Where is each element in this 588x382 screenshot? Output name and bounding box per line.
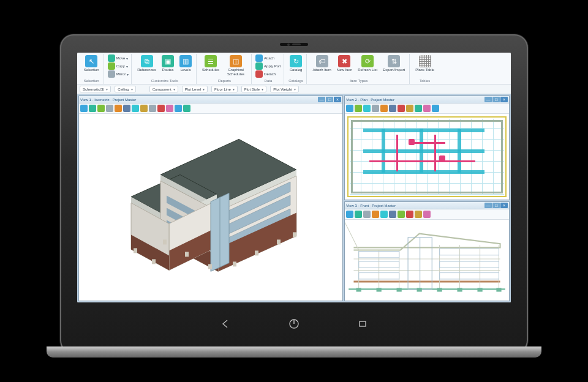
plot-style-dropdown[interactable]: Plot Style▾ bbox=[241, 86, 266, 92]
close-icon[interactable]: × bbox=[500, 203, 508, 208]
references-button[interactable]: ⧉References bbox=[135, 54, 158, 78]
viewport-elevation[interactable] bbox=[345, 220, 509, 301]
tool-icon[interactable] bbox=[149, 105, 156, 112]
tool-icon[interactable] bbox=[97, 105, 105, 112]
breadcrumb-schematic[interactable]: Schematic(3)▾ bbox=[80, 86, 111, 92]
tool-icon[interactable] bbox=[398, 105, 405, 112]
close-icon[interactable]: × bbox=[334, 97, 341, 102]
label: Ceiling bbox=[118, 88, 129, 91]
minimize-icon[interactable]: ― bbox=[484, 97, 492, 102]
refresh-list-button[interactable]: ⟳Refresh List bbox=[356, 54, 379, 78]
new-item-button[interactable]: ✖New Item bbox=[335, 54, 354, 78]
tool-icon[interactable] bbox=[355, 105, 362, 112]
tool-icon[interactable] bbox=[80, 105, 88, 112]
plot-level-dropdown[interactable]: Plot Level▾ bbox=[182, 86, 208, 92]
label: Component bbox=[153, 88, 172, 91]
label: Plot Weight bbox=[273, 88, 292, 91]
tool-icon[interactable] bbox=[346, 105, 353, 112]
attach-item-button[interactable]: 🏷Attach Item bbox=[311, 54, 333, 78]
ribbon-group-data: Attach Apply Port Detach Data bbox=[253, 54, 284, 84]
pane-titlebar[interactable]: View 2 - Plan · Project Master ― □ × bbox=[345, 96, 509, 103]
restore-icon[interactable]: □ bbox=[492, 203, 500, 208]
apply-port-action[interactable]: Apply Port bbox=[255, 62, 281, 70]
tool-icon[interactable] bbox=[372, 211, 379, 218]
tool-icon[interactable] bbox=[389, 105, 396, 112]
tool-icon[interactable] bbox=[123, 105, 130, 112]
pane-toolbar bbox=[345, 103, 509, 114]
tool-icon[interactable] bbox=[355, 211, 362, 218]
tool-icon[interactable] bbox=[140, 105, 148, 112]
tool-icon[interactable] bbox=[415, 211, 422, 218]
component-dropdown[interactable]: Component▾ bbox=[149, 86, 178, 92]
tool-icon[interactable] bbox=[363, 105, 371, 112]
restore-icon[interactable]: □ bbox=[326, 97, 333, 102]
svg-rect-25 bbox=[233, 261, 236, 266]
detach-action[interactable]: Detach bbox=[255, 70, 281, 78]
catalog-button[interactable]: ↻Catalog bbox=[288, 54, 304, 78]
plot-weight-dropdown[interactable]: Plot Weight▾ bbox=[270, 86, 299, 92]
levels-button[interactable]: ▥Levels bbox=[178, 54, 194, 78]
tool-icon[interactable] bbox=[166, 105, 173, 112]
place-table-button[interactable]: Place Table bbox=[413, 54, 436, 78]
tool-icon[interactable] bbox=[363, 211, 371, 218]
tool-icon[interactable] bbox=[157, 105, 165, 112]
label: Routes bbox=[162, 68, 174, 72]
tool-icon[interactable] bbox=[406, 105, 413, 112]
plan-systems bbox=[351, 120, 503, 193]
references-icon: ⧉ bbox=[141, 55, 153, 67]
tool-icon[interactable] bbox=[106, 105, 113, 112]
recent-icon[interactable] bbox=[356, 317, 369, 331]
tool-icon[interactable] bbox=[389, 211, 396, 218]
label: Copy bbox=[116, 64, 125, 68]
routes-button[interactable]: ▣Routes bbox=[160, 54, 176, 78]
export-import-button[interactable]: ⇅Export/Import bbox=[381, 54, 407, 78]
power-icon[interactable] bbox=[287, 317, 301, 331]
pane-titlebar[interactable]: View 1 - Isometric · Project Master ― □ … bbox=[79, 96, 342, 103]
tool-icon[interactable] bbox=[406, 211, 413, 218]
pane-titlebar[interactable]: View 3 - Front · Project Master ― □ × bbox=[345, 202, 509, 209]
viewport-plan[interactable] bbox=[345, 114, 509, 200]
tool-icon[interactable] bbox=[89, 105, 96, 112]
graphical-schedules-button[interactable]: ◫Graphical Schedules bbox=[223, 54, 249, 78]
tool-icon[interactable] bbox=[380, 105, 388, 112]
copy-action[interactable]: Copy▾ bbox=[108, 62, 129, 70]
move-action[interactable]: Move▾ bbox=[108, 54, 129, 62]
tool-icon[interactable] bbox=[398, 211, 405, 218]
mirror-action[interactable]: Mirror▾ bbox=[108, 70, 129, 78]
tool-icon[interactable] bbox=[423, 211, 431, 218]
close-icon[interactable]: × bbox=[500, 97, 508, 102]
back-icon[interactable] bbox=[219, 317, 232, 331]
camera-notch bbox=[280, 43, 308, 46]
tool-icon[interactable] bbox=[432, 105, 439, 112]
workspace: View 1 - Isometric · Project Master ― □ … bbox=[77, 94, 511, 302]
viewport-3d[interactable] bbox=[79, 114, 342, 301]
group-label: Customize Tools bbox=[133, 78, 196, 84]
tool-icon[interactable] bbox=[380, 211, 388, 218]
attach-action[interactable]: Attach bbox=[255, 54, 281, 62]
tool-icon[interactable] bbox=[183, 105, 190, 112]
minimize-icon[interactable]: ― bbox=[318, 97, 325, 102]
label: Attach bbox=[264, 56, 274, 60]
tool-icon[interactable] bbox=[423, 105, 431, 112]
attach-item-icon: 🏷 bbox=[316, 55, 328, 67]
label: Floor Line bbox=[214, 88, 231, 91]
pane-title-text: View 2 - Plan · Project Master bbox=[346, 98, 484, 102]
tool-icon[interactable] bbox=[115, 105, 122, 112]
selection-button[interactable]: ↖ Selection bbox=[82, 54, 101, 78]
tool-icon[interactable] bbox=[175, 105, 182, 112]
group-label: Tables bbox=[411, 78, 439, 84]
laptop-controls bbox=[60, 315, 528, 333]
breadcrumb-ceiling[interactable]: Ceiling▾ bbox=[115, 86, 135, 92]
tool-icon[interactable] bbox=[372, 105, 379, 112]
attach-icon bbox=[255, 54, 263, 62]
group-label: Catalogs bbox=[285, 78, 307, 84]
tool-icon[interactable] bbox=[132, 105, 139, 112]
tool-icon[interactable] bbox=[346, 211, 353, 218]
new-item-icon: ✖ bbox=[338, 55, 350, 67]
restore-icon[interactable]: □ bbox=[492, 97, 500, 102]
levels-icon: ▥ bbox=[179, 55, 192, 67]
schedules-button[interactable]: ☰Schedules bbox=[200, 54, 221, 78]
minimize-icon[interactable]: ― bbox=[484, 203, 492, 208]
floor-line-dropdown[interactable]: Floor Line▾ bbox=[211, 86, 238, 92]
tool-icon[interactable] bbox=[415, 105, 422, 112]
